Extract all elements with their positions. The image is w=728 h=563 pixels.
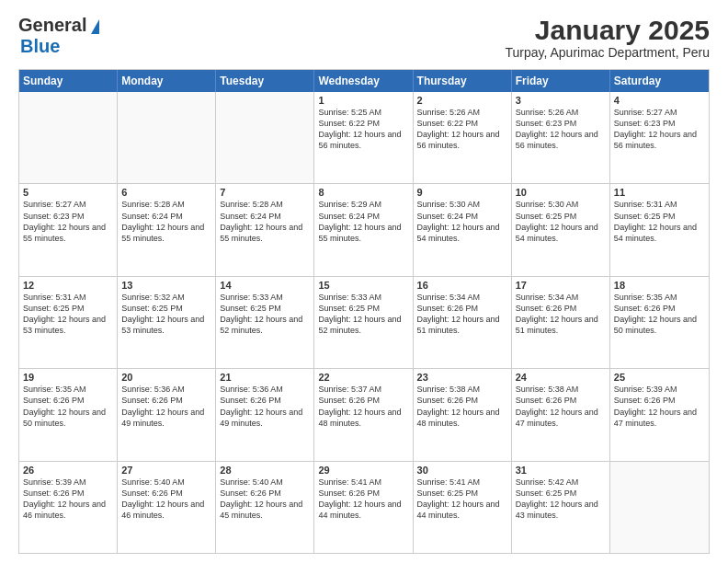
calendar-cell-w0-d5: 3Sunrise: 5:26 AMSunset: 6:23 PMDaylight… bbox=[512, 92, 610, 183]
day-number: 14 bbox=[220, 280, 310, 291]
calendar-cell-w1-d3: 8Sunrise: 5:29 AMSunset: 6:24 PMDaylight… bbox=[314, 184, 413, 275]
day-number: 5 bbox=[23, 187, 113, 198]
calendar-cell-w3-d2: 21Sunrise: 5:36 AMSunset: 6:26 PMDayligh… bbox=[216, 369, 314, 460]
cell-info: Sunrise: 5:40 AMSunset: 6:26 PMDaylight:… bbox=[220, 477, 310, 522]
day-number: 22 bbox=[318, 372, 408, 383]
calendar-week-0: 1Sunrise: 5:25 AMSunset: 6:22 PMDaylight… bbox=[19, 92, 709, 183]
cell-info: Sunrise: 5:34 AMSunset: 6:26 PMDaylight:… bbox=[417, 292, 507, 337]
day-number: 17 bbox=[516, 280, 606, 291]
calendar-cell-w2-d6: 18Sunrise: 5:35 AMSunset: 6:26 PMDayligh… bbox=[610, 277, 709, 368]
cell-info: Sunrise: 5:27 AMSunset: 6:23 PMDaylight:… bbox=[614, 107, 705, 152]
day-number: 26 bbox=[23, 465, 113, 476]
day-number: 21 bbox=[220, 372, 310, 383]
cell-info: Sunrise: 5:39 AMSunset: 6:26 PMDaylight:… bbox=[23, 477, 113, 522]
day-number: 2 bbox=[417, 95, 507, 106]
weekday-wednesday: Wednesday bbox=[314, 70, 413, 92]
day-number: 4 bbox=[614, 95, 705, 106]
calendar-cell-w3-d5: 24Sunrise: 5:38 AMSunset: 6:26 PMDayligh… bbox=[512, 369, 610, 460]
day-number: 9 bbox=[417, 187, 507, 198]
cell-info: Sunrise: 5:38 AMSunset: 6:26 PMDaylight:… bbox=[417, 384, 507, 429]
calendar-cell-w3-d1: 20Sunrise: 5:36 AMSunset: 6:26 PMDayligh… bbox=[118, 369, 216, 460]
calendar-cell-w3-d0: 19Sunrise: 5:35 AMSunset: 6:26 PMDayligh… bbox=[19, 369, 118, 460]
day-number: 16 bbox=[417, 280, 507, 291]
cell-info: Sunrise: 5:40 AMSunset: 6:26 PMDaylight:… bbox=[121, 477, 211, 522]
day-number: 13 bbox=[121, 280, 211, 291]
calendar: Sunday Monday Tuesday Wednesday Thursday… bbox=[18, 69, 710, 554]
logo: General Blue bbox=[18, 15, 99, 57]
logo-triangle-icon bbox=[91, 19, 99, 34]
cell-info: Sunrise: 5:33 AMSunset: 6:25 PMDaylight:… bbox=[220, 292, 310, 337]
calendar-week-2: 12Sunrise: 5:31 AMSunset: 6:25 PMDayligh… bbox=[19, 276, 709, 368]
calendar-cell-w4-d1: 27Sunrise: 5:40 AMSunset: 6:26 PMDayligh… bbox=[118, 462, 216, 553]
cell-info: Sunrise: 5:29 AMSunset: 6:24 PMDaylight:… bbox=[318, 199, 408, 244]
cell-info: Sunrise: 5:35 AMSunset: 6:26 PMDaylight:… bbox=[614, 292, 705, 337]
cell-info: Sunrise: 5:26 AMSunset: 6:23 PMDaylight:… bbox=[516, 107, 606, 152]
day-number: 28 bbox=[220, 465, 310, 476]
weekday-thursday: Thursday bbox=[414, 70, 512, 92]
title-block: January 2025 Turpay, Apurimac Department… bbox=[505, 15, 710, 60]
weekday-saturday: Saturday bbox=[610, 70, 709, 92]
calendar-week-3: 19Sunrise: 5:35 AMSunset: 6:26 PMDayligh… bbox=[19, 368, 709, 460]
page-subtitle: Turpay, Apurimac Department, Peru bbox=[505, 45, 710, 60]
calendar-cell-w2-d0: 12Sunrise: 5:31 AMSunset: 6:25 PMDayligh… bbox=[19, 277, 118, 368]
cell-info: Sunrise: 5:27 AMSunset: 6:23 PMDaylight:… bbox=[23, 199, 113, 244]
cell-info: Sunrise: 5:36 AMSunset: 6:26 PMDaylight:… bbox=[220, 384, 310, 429]
day-number: 8 bbox=[318, 187, 408, 198]
page: General Blue January 2025 Turpay, Apurim… bbox=[0, 0, 728, 563]
calendar-cell-w3-d4: 23Sunrise: 5:38 AMSunset: 6:26 PMDayligh… bbox=[414, 369, 512, 460]
calendar-cell-w0-d4: 2Sunrise: 5:26 AMSunset: 6:22 PMDaylight… bbox=[414, 92, 512, 183]
day-number: 10 bbox=[516, 187, 606, 198]
weekday-tuesday: Tuesday bbox=[216, 70, 314, 92]
page-title: January 2025 bbox=[505, 15, 710, 45]
day-number: 3 bbox=[516, 95, 606, 106]
day-number: 18 bbox=[614, 280, 705, 291]
calendar-week-1: 5Sunrise: 5:27 AMSunset: 6:23 PMDaylight… bbox=[19, 183, 709, 275]
cell-info: Sunrise: 5:34 AMSunset: 6:26 PMDaylight:… bbox=[516, 292, 606, 337]
calendar-cell-w2-d1: 13Sunrise: 5:32 AMSunset: 6:25 PMDayligh… bbox=[118, 277, 216, 368]
logo-general-text: General bbox=[18, 15, 86, 36]
calendar-cell-w4-d5: 31Sunrise: 5:42 AMSunset: 6:25 PMDayligh… bbox=[512, 462, 610, 553]
day-number: 29 bbox=[318, 465, 408, 476]
calendar-cell-w1-d6: 11Sunrise: 5:31 AMSunset: 6:25 PMDayligh… bbox=[610, 184, 709, 275]
calendar-cell-w4-d2: 28Sunrise: 5:40 AMSunset: 6:26 PMDayligh… bbox=[216, 462, 314, 553]
calendar-cell-w2-d4: 16Sunrise: 5:34 AMSunset: 6:26 PMDayligh… bbox=[414, 277, 512, 368]
cell-info: Sunrise: 5:28 AMSunset: 6:24 PMDaylight:… bbox=[121, 199, 211, 244]
day-number: 7 bbox=[220, 187, 310, 198]
calendar-cell-w1-d5: 10Sunrise: 5:30 AMSunset: 6:25 PMDayligh… bbox=[512, 184, 610, 275]
cell-info: Sunrise: 5:31 AMSunset: 6:25 PMDaylight:… bbox=[614, 199, 705, 244]
calendar-cell-w0-d2 bbox=[216, 92, 314, 183]
weekday-sunday: Sunday bbox=[19, 70, 118, 92]
day-number: 19 bbox=[23, 372, 113, 383]
cell-info: Sunrise: 5:41 AMSunset: 6:25 PMDaylight:… bbox=[417, 477, 507, 522]
calendar-cell-w0-d0 bbox=[19, 92, 118, 183]
calendar-cell-w4-d3: 29Sunrise: 5:41 AMSunset: 6:26 PMDayligh… bbox=[314, 462, 413, 553]
calendar-cell-w0-d3: 1Sunrise: 5:25 AMSunset: 6:22 PMDaylight… bbox=[314, 92, 413, 183]
day-number: 27 bbox=[121, 465, 211, 476]
calendar-cell-w1-d1: 6Sunrise: 5:28 AMSunset: 6:24 PMDaylight… bbox=[118, 184, 216, 275]
cell-info: Sunrise: 5:33 AMSunset: 6:25 PMDaylight:… bbox=[318, 292, 408, 337]
day-number: 1 bbox=[318, 95, 408, 106]
day-number: 20 bbox=[121, 372, 211, 383]
calendar-cell-w0-d6: 4Sunrise: 5:27 AMSunset: 6:23 PMDaylight… bbox=[610, 92, 709, 183]
day-number: 15 bbox=[318, 280, 408, 291]
calendar-cell-w4-d6 bbox=[610, 462, 709, 553]
cell-info: Sunrise: 5:28 AMSunset: 6:24 PMDaylight:… bbox=[220, 199, 310, 244]
logo-blue-text: Blue bbox=[20, 36, 60, 57]
calendar-week-4: 26Sunrise: 5:39 AMSunset: 6:26 PMDayligh… bbox=[19, 461, 709, 553]
cell-info: Sunrise: 5:42 AMSunset: 6:25 PMDaylight:… bbox=[516, 477, 606, 522]
calendar-cell-w2-d2: 14Sunrise: 5:33 AMSunset: 6:25 PMDayligh… bbox=[216, 277, 314, 368]
cell-info: Sunrise: 5:41 AMSunset: 6:26 PMDaylight:… bbox=[318, 477, 408, 522]
weekday-monday: Monday bbox=[118, 70, 216, 92]
day-number: 12 bbox=[23, 280, 113, 291]
cell-info: Sunrise: 5:32 AMSunset: 6:25 PMDaylight:… bbox=[121, 292, 211, 337]
weekday-friday: Friday bbox=[512, 70, 610, 92]
cell-info: Sunrise: 5:31 AMSunset: 6:25 PMDaylight:… bbox=[23, 292, 113, 337]
cell-info: Sunrise: 5:26 AMSunset: 6:22 PMDaylight:… bbox=[417, 107, 507, 152]
calendar-cell-w4-d0: 26Sunrise: 5:39 AMSunset: 6:26 PMDayligh… bbox=[19, 462, 118, 553]
cell-info: Sunrise: 5:39 AMSunset: 6:26 PMDaylight:… bbox=[614, 384, 705, 429]
cell-info: Sunrise: 5:30 AMSunset: 6:25 PMDaylight:… bbox=[516, 199, 606, 244]
calendar-cell-w2-d3: 15Sunrise: 5:33 AMSunset: 6:25 PMDayligh… bbox=[314, 277, 413, 368]
calendar-cell-w3-d6: 25Sunrise: 5:39 AMSunset: 6:26 PMDayligh… bbox=[610, 369, 709, 460]
calendar-cell-w4-d4: 30Sunrise: 5:41 AMSunset: 6:25 PMDayligh… bbox=[414, 462, 512, 553]
calendar-cell-w1-d2: 7Sunrise: 5:28 AMSunset: 6:24 PMDaylight… bbox=[216, 184, 314, 275]
